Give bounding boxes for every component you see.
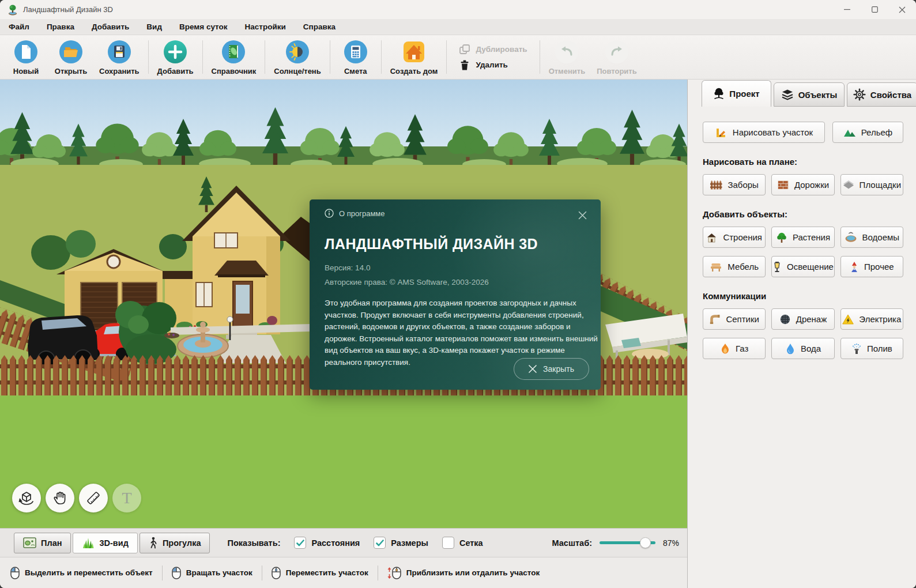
tab-properties[interactable]: Свойства xyxy=(847,82,916,107)
menu-settings[interactable]: Настройки xyxy=(236,22,295,31)
menu-add[interactable]: Добавить xyxy=(83,22,138,31)
scale-slider-thumb[interactable] xyxy=(640,537,651,548)
lighting-button[interactable]: Освещение xyxy=(771,256,834,277)
text-tool-button[interactable]: T xyxy=(112,484,141,512)
menu-view[interactable]: Вид xyxy=(138,22,171,31)
save-button[interactable]: Сохранить xyxy=(93,37,145,77)
open-button[interactable]: Открыть xyxy=(48,37,93,77)
fence-icon xyxy=(710,179,722,190)
toolbar-separator xyxy=(330,40,330,74)
mouse-scroll-zoom-icon xyxy=(387,567,401,579)
drainage-button[interactable]: Дренаж xyxy=(771,308,834,330)
misc-button[interactable]: Прочее xyxy=(840,256,903,277)
menu-file[interactable]: Файл xyxy=(0,22,38,31)
furniture-button[interactable]: Мебель xyxy=(703,256,766,277)
sun-shadow-button[interactable]: Солнце/тень xyxy=(268,37,326,77)
statusbar: Выделить и переместить объект Вращать уч… xyxy=(0,557,687,588)
close-icon xyxy=(578,211,587,220)
sizes-checkbox-item: Размеры xyxy=(374,537,428,549)
rotate-3d-icon xyxy=(18,489,35,507)
draw-plot-icon xyxy=(715,126,727,139)
estimate-button[interactable]: Смета xyxy=(333,37,378,77)
3d-viewport[interactable]: T О программе xyxy=(0,80,687,528)
tab-project[interactable]: Проект xyxy=(702,80,771,107)
gnome-icon xyxy=(850,261,859,273)
statusbar-separator xyxy=(378,566,378,581)
mouse-wheel-icon xyxy=(272,567,281,579)
fences-button[interactable]: Заборы xyxy=(703,174,766,195)
draw-plot-button[interactable]: Нарисовать участок xyxy=(703,122,825,143)
add-plus-icon xyxy=(163,39,188,65)
hint-select-move-object: Выделить и переместить объект xyxy=(10,567,153,579)
toolbar-separator xyxy=(202,40,203,74)
ponds-button[interactable]: Водоемы xyxy=(840,227,903,248)
electric-button[interactable]: Электрика xyxy=(840,308,903,330)
duplicate-button[interactable]: Дублировать xyxy=(459,44,527,55)
close-dialog-button[interactable]: Закрыть xyxy=(514,358,589,380)
redo-icon xyxy=(604,39,629,65)
buildings-button[interactable]: Строения xyxy=(703,227,766,248)
water-button[interactable]: Вода xyxy=(771,338,834,359)
grid-checkbox[interactable] xyxy=(442,537,454,549)
view-walk-button[interactable]: Прогулка xyxy=(140,533,210,553)
septic-button[interactable]: Септики xyxy=(703,308,766,330)
section-communications: Коммуникации xyxy=(703,291,903,301)
minimize-icon xyxy=(844,6,850,13)
maximize-button[interactable] xyxy=(861,0,888,19)
check-icon xyxy=(376,540,384,546)
menu-daytime[interactable]: Время суток xyxy=(171,22,236,31)
undo-icon xyxy=(554,39,579,65)
platforms-button[interactable]: Площадки xyxy=(840,174,903,195)
view-plan-button[interactable]: План xyxy=(14,533,71,553)
toolbar-separator xyxy=(265,40,265,74)
lantern-icon xyxy=(772,261,782,273)
workspace: T О программе xyxy=(0,80,687,588)
sizes-checkbox[interactable] xyxy=(374,537,386,549)
relief-button[interactable]: Рельеф xyxy=(832,122,903,143)
drain-grate-icon xyxy=(779,314,791,325)
measure-ruler-button[interactable] xyxy=(79,484,108,512)
panel-tabs: Проект Объекты Свойств xyxy=(688,80,916,107)
delete-button[interactable]: Удалить xyxy=(459,59,527,71)
grid-checkbox-item: Сетка xyxy=(442,537,483,549)
gas-button[interactable]: Газ xyxy=(703,338,766,359)
redo-button[interactable]: Повторить xyxy=(591,37,643,77)
objects-layers-icon xyxy=(781,89,794,100)
duplicate-icon xyxy=(459,44,470,55)
reference-button[interactable]: Справочник xyxy=(206,37,262,77)
add-button[interactable]: Добавить xyxy=(152,37,199,77)
view-mode-tabs: План 3D-вид xyxy=(14,533,210,553)
rotate-3d-button[interactable] xyxy=(12,484,41,512)
plants-button[interactable]: Растения xyxy=(771,227,834,248)
measure-ruler-icon xyxy=(85,489,102,507)
pan-hand-button[interactable] xyxy=(46,484,74,512)
minimize-button[interactable] xyxy=(833,0,861,19)
create-house-button[interactable]: Создать дом xyxy=(385,37,444,77)
new-document-icon xyxy=(13,39,39,65)
scale-label: Масштаб: xyxy=(552,538,592,548)
water-drop-icon xyxy=(785,343,796,355)
app-logo-icon xyxy=(7,4,18,16)
dialog-close-button[interactable] xyxy=(576,209,589,224)
menu-edit[interactable]: Правка xyxy=(38,22,83,31)
undo-button[interactable]: Отменить xyxy=(543,37,591,77)
section-draw-on-plan: Нарисовать на плане: xyxy=(703,157,903,167)
menu-help[interactable]: Справка xyxy=(295,22,344,31)
close-icon xyxy=(529,365,537,373)
sun-shadow-icon xyxy=(285,39,310,65)
communications-grid: Септики Дренаж Элект xyxy=(703,308,903,359)
tab-objects[interactable]: Объекты xyxy=(774,82,845,107)
add-objects-grid: Строения Растения xyxy=(703,227,903,277)
text-tool-icon: T xyxy=(122,489,131,507)
main-area: T О программе xyxy=(0,80,916,588)
paths-button[interactable]: Дорожки xyxy=(771,174,834,195)
close-button[interactable] xyxy=(888,0,916,19)
electric-warning-icon xyxy=(842,314,854,325)
hint-rotate-plot: Вращать участок xyxy=(172,567,252,579)
new-button[interactable]: Новый xyxy=(3,37,48,77)
view-3d-button[interactable]: 3D-вид xyxy=(73,533,137,553)
scale-slider[interactable] xyxy=(600,541,655,544)
distances-checkbox[interactable] xyxy=(294,537,306,549)
irrigation-button[interactable]: Полив xyxy=(840,338,903,359)
copyright-text: Авторские права: © AMS Software, 2003-20… xyxy=(325,278,586,287)
